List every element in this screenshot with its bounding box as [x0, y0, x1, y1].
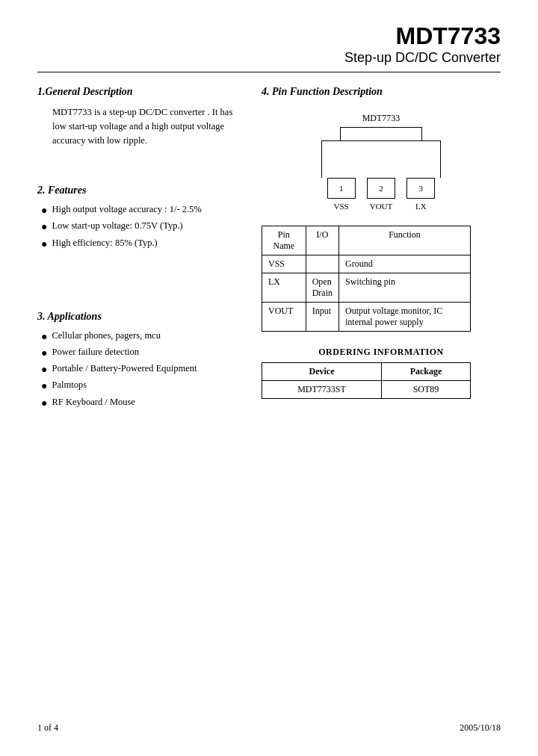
app-item-2: Power failure detection	[52, 347, 139, 358]
pin-lx-name: LX	[262, 273, 306, 303]
bullet-icon: ●	[41, 238, 47, 251]
ic-diagram: MDT7733 1 VSS 2	[262, 113, 501, 211]
general-description-section: 1.General Description MDT7733 is a step-…	[37, 86, 247, 147]
list-item: ● High output voltage accuracy : 1/- 2.5…	[41, 204, 247, 217]
bullet-icon: ●	[41, 330, 47, 344]
general-description-body: MDT7733 is a step-up DC/DC converter . I…	[37, 105, 247, 147]
ordering-table: Device Package MDT7733ST SOT89	[262, 362, 471, 399]
general-description-heading: 1.General Description	[37, 86, 247, 98]
bullet-icon: ●	[41, 220, 47, 234]
table-header-row: Pin Name I/O Function	[262, 226, 471, 255]
ordering-section: ORDERING INFORMATION Device Package MDT7…	[262, 347, 501, 399]
ic-pin-1-label: VSS	[334, 202, 349, 211]
main-content: 1.General Description MDT7733 is a step-…	[37, 86, 501, 413]
pin-function-heading: 4. Pin Function Description	[262, 86, 501, 98]
document-subtitle: Step-up DC/DC Converter	[37, 50, 501, 66]
left-column: 1.General Description MDT7733 is a step-…	[37, 86, 262, 413]
ic-body-rect	[321, 140, 441, 178]
bullet-icon: ●	[41, 379, 47, 393]
ic-diagram-label: MDT7733	[262, 113, 501, 124]
page-number: 1 of 4	[37, 722, 58, 734]
features-section: 2. Features ● High output voltage accura…	[37, 185, 247, 251]
document-title: MDT7733	[37, 22, 501, 50]
table-row: LX OpenDrain Switching pin	[262, 273, 471, 303]
app-item-5: RF Keyboard / Mouse	[52, 397, 134, 408]
pin-lx-function: Switching pin	[339, 273, 471, 303]
col-header-function: Function	[339, 226, 471, 255]
ordering-heading: ORDERING INFORMATION	[262, 347, 501, 358]
applications-section: 3. Applications ● Cellular phones, pager…	[37, 311, 247, 410]
feature-item-2: Low start-up voltage: 0.75V (Typ.)	[52, 220, 182, 232]
app-item-3: Portable / Battery-Powered Equipment	[52, 363, 197, 374]
ordering-header-row: Device Package	[262, 363, 471, 381]
app-item-4: Palmtops	[52, 379, 87, 391]
ordering-col-device: Device	[262, 363, 382, 381]
footer-date: 2005/10/18	[460, 722, 501, 734]
list-item: ● Portable / Battery-Powered Equipment	[41, 363, 247, 377]
ic-pin-1: 1 VSS	[327, 178, 356, 211]
features-heading: 2. Features	[37, 185, 247, 196]
ordering-package: SOT89	[382, 381, 471, 399]
applications-heading: 3. Applications	[37, 311, 247, 323]
ordering-device: MDT7733ST	[262, 381, 382, 399]
page: MDT7733 Step-up DC/DC Converter 1.Genera…	[0, 0, 538, 756]
pin-function-section: 4. Pin Function Description MDT7733 1	[262, 86, 501, 399]
feature-item-1: High output voltage accuracy : 1/- 2.5%	[52, 204, 201, 215]
table-row: VSS Ground	[262, 255, 471, 273]
table-row: VOUT Input Output voltage monitor, IC in…	[262, 303, 471, 332]
footer: 1 of 4 2005/10/18	[37, 722, 501, 734]
ic-pin-3-label: LX	[415, 202, 427, 211]
bullet-icon: ●	[41, 363, 47, 377]
header-divider	[37, 72, 501, 72]
list-item: ● Palmtops	[41, 379, 247, 393]
pin-vss-function: Ground	[339, 255, 471, 273]
feature-item-3: High efficiency: 85% (Typ.)	[52, 238, 157, 249]
ic-package-wrapper: 1 VSS 2 VOUT 3 LX	[262, 127, 501, 211]
list-item: ● Cellular phones, pagers, mcu	[41, 330, 247, 344]
col-header-pin-name: Pin Name	[262, 226, 306, 255]
pin-lx-io: OpenDrain	[306, 273, 338, 303]
pin-vout-function: Output voltage monitor, IC internal powe…	[339, 303, 471, 332]
list-item: ● High efficiency: 85% (Typ.)	[41, 238, 247, 251]
applications-list: ● Cellular phones, pagers, mcu ● Power f…	[37, 330, 247, 410]
pin-function-table: Pin Name I/O Function VSS Ground LX	[262, 226, 471, 332]
right-column: 4. Pin Function Description MDT7733 1	[262, 86, 501, 413]
ic-pins-row: 1 VSS 2 VOUT 3 LX	[321, 178, 441, 211]
ordering-data-row: MDT7733ST SOT89	[262, 381, 471, 399]
pin-vout-io: Input	[306, 303, 338, 332]
features-list: ● High output voltage accuracy : 1/- 2.5…	[37, 204, 247, 251]
list-item: ● Power failure detection	[41, 347, 247, 360]
bullet-icon: ●	[41, 347, 47, 360]
ic-top-cap	[340, 127, 422, 140]
list-item: ● RF Keyboard / Mouse	[41, 397, 247, 410]
ic-pin-2-label: VOUT	[370, 202, 393, 211]
ic-pin-2-box: 2	[367, 178, 395, 199]
ic-pin-1-box: 1	[327, 178, 356, 199]
pin-vout-name: VOUT	[262, 303, 306, 332]
pin-vss-io	[306, 255, 338, 273]
ic-pin-3: 3 LX	[406, 178, 435, 211]
bullet-icon: ●	[41, 397, 47, 410]
col-header-io: I/O	[306, 226, 338, 255]
ic-pin-2: 2 VOUT	[367, 178, 395, 211]
pin-vss-name: VSS	[262, 255, 306, 273]
list-item: ● Low start-up voltage: 0.75V (Typ.)	[41, 220, 247, 234]
ordering-col-package: Package	[382, 363, 471, 381]
app-item-1: Cellular phones, pagers, mcu	[52, 330, 160, 341]
header: MDT7733 Step-up DC/DC Converter	[37, 22, 501, 66]
bullet-icon: ●	[41, 204, 47, 217]
ic-pin-3-box: 3	[406, 178, 435, 199]
